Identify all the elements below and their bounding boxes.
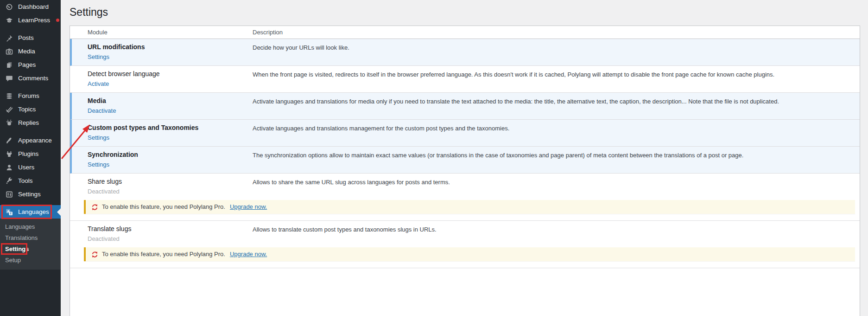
comment-icon xyxy=(5,74,13,83)
module-status: Deactivated xyxy=(88,235,120,243)
column-header-module: Module xyxy=(70,29,250,36)
sidebar-item-replies[interactable]: Replies xyxy=(0,116,61,129)
detect-browser-language-activate-link[interactable]: Activate xyxy=(88,80,109,88)
module-row-share-slugs: Share slugs Deactivated Allows to share … xyxy=(70,174,860,221)
module-description: When the front page is visited, redirect… xyxy=(250,66,860,92)
module-row-url-modifications: URL modifications Settings Decide how yo… xyxy=(70,39,860,66)
media-deactivate-link[interactable]: Deactivate xyxy=(88,107,116,115)
module-row-detect-browser-language: Detect browser language Activate When th… xyxy=(70,66,860,93)
sidebar-item-label: Plugins xyxy=(18,150,38,157)
paintbrush-icon xyxy=(5,136,13,145)
pages-icon xyxy=(5,61,13,69)
sidebar-item-label: Settings xyxy=(18,191,41,198)
synchronization-settings-link[interactable]: Settings xyxy=(88,161,109,168)
table-header: Module Description xyxy=(70,26,860,39)
table-row xyxy=(70,268,860,316)
sidebar-item-posts[interactable]: Posts xyxy=(0,31,61,45)
polylang-pro-refresh-icon xyxy=(91,251,98,258)
sidebar-item-label: Dashboard xyxy=(18,3,49,10)
notice-text: To enable this feature, you need Polylan… xyxy=(102,250,225,258)
module-cell: Media Deactivate xyxy=(72,93,250,119)
sidebar-item-forums[interactable]: Forums xyxy=(0,89,61,103)
sidebar-item-learnpress[interactable]: LearnPress xyxy=(0,13,61,27)
module-name: Custom post types and Taxonomies xyxy=(88,124,245,132)
module-description: Activate languages and translations for … xyxy=(250,93,860,119)
module-name: Share slugs xyxy=(88,178,245,186)
update-badge xyxy=(56,19,59,22)
sidebar-item-label: Replies xyxy=(18,119,39,126)
menu-separator xyxy=(0,201,61,205)
upgrade-notice: To enable this feature, you need Polylan… xyxy=(84,247,855,261)
submenu-item-setup[interactable]: Setup xyxy=(0,255,61,266)
module-cell: Share slugs Deactivated xyxy=(70,174,250,200)
sidebar-item-topics[interactable]: Topics xyxy=(0,103,61,116)
column-header-description: Description xyxy=(250,29,860,36)
menu-separator xyxy=(0,129,61,134)
sidebar-item-users[interactable]: Users xyxy=(0,161,61,174)
module-cell: Synchronization Settings xyxy=(72,147,250,173)
sidebar-item-label: LearnPress xyxy=(18,17,50,24)
upgrade-now-link[interactable]: Upgrade now. xyxy=(230,250,267,258)
user-icon xyxy=(5,163,13,172)
admin-sidebar: Dashboard LearnPress Posts Media Pages C… xyxy=(0,0,61,316)
sidebar-item-label: Topics xyxy=(18,106,36,113)
plug-icon xyxy=(5,150,13,158)
module-row-custom-post-types: Custom post types and Taxonomies Setting… xyxy=(70,120,860,147)
sidebar-item-appearance[interactable]: Appearance xyxy=(0,134,61,147)
topics-icon xyxy=(5,105,13,114)
notice-text: To enable this feature, you need Polylan… xyxy=(102,203,225,211)
replies-icon xyxy=(5,119,13,127)
module-row-translate-slugs: Translate slugs Deactivated Allows to tr… xyxy=(70,221,860,268)
sidebar-item-languages[interactable]: A Languages xyxy=(0,205,61,219)
module-name: Translate slugs xyxy=(88,225,245,233)
menu-separator xyxy=(0,85,61,89)
module-name: Detect browser language xyxy=(88,70,245,78)
module-description: Activate languages and translations mana… xyxy=(250,120,860,146)
module-description: Allows to share the same URL slug across… xyxy=(250,174,860,200)
module-cell: Detect browser language Activate xyxy=(70,66,250,92)
dashboard-icon xyxy=(5,3,13,11)
submenu-item-languages[interactable]: Languages xyxy=(0,221,61,232)
module-row-media: Media Deactivate Activate languages and … xyxy=(70,93,860,120)
module-description: Allows to translate custom post types an… xyxy=(250,221,860,247)
main-content: Settings Module Description URL modifica… xyxy=(61,0,868,316)
sidebar-item-comments[interactable]: Comments xyxy=(0,71,61,85)
pushpin-icon xyxy=(5,34,13,42)
media-icon xyxy=(5,47,13,56)
page-title: Settings xyxy=(70,6,860,19)
upgrade-now-link[interactable]: Upgrade now. xyxy=(230,203,267,211)
sidebar-item-label: Posts xyxy=(18,34,34,41)
translation-icon: A xyxy=(5,208,13,216)
sidebar-item-label: Tools xyxy=(18,177,33,184)
polylang-pro-refresh-icon xyxy=(91,204,98,211)
sidebar-item-plugins[interactable]: Plugins xyxy=(0,147,61,161)
sidebar-item-label: Forums xyxy=(18,92,39,99)
sidebar-item-label: Media xyxy=(18,48,35,55)
sidebar-item-media[interactable]: Media xyxy=(0,45,61,58)
menu-separator xyxy=(0,27,61,31)
sidebar-item-tools[interactable]: Tools xyxy=(0,174,61,187)
module-description: The synchronization options allow to mai… xyxy=(250,147,860,173)
modules-table: Module Description URL modifications Set… xyxy=(70,26,860,316)
module-cell: URL modifications Settings xyxy=(72,39,250,65)
submenu-item-settings[interactable]: Settings xyxy=(0,244,61,255)
sidebar-item-label: Users xyxy=(18,164,34,171)
module-description: Decide how your URLs will look like. xyxy=(250,39,860,65)
module-name: URL modifications xyxy=(88,43,245,51)
sidebar-item-label: Appearance xyxy=(18,137,52,144)
module-name: Synchronization xyxy=(88,151,245,159)
sidebar-item-settings[interactable]: Settings xyxy=(0,187,61,201)
module-row-synchronization: Synchronization Settings The synchroniza… xyxy=(70,147,860,174)
submenu-item-translations[interactable]: Translations xyxy=(0,232,61,244)
learnpress-icon xyxy=(5,16,13,25)
url-modifications-settings-link[interactable]: Settings xyxy=(88,53,109,61)
languages-submenu: Languages Translations Settings Setup xyxy=(0,219,61,270)
module-status: Deactivated xyxy=(88,187,120,195)
sidebar-item-pages[interactable]: Pages xyxy=(0,58,61,71)
sliders-icon xyxy=(5,190,13,199)
custom-post-types-settings-link[interactable]: Settings xyxy=(88,134,109,142)
sidebar-item-dashboard[interactable]: Dashboard xyxy=(0,0,61,13)
sidebar-item-label: Pages xyxy=(18,61,36,68)
module-cell: Custom post types and Taxonomies Setting… xyxy=(72,120,250,146)
sidebar-item-label: Languages xyxy=(18,208,49,215)
